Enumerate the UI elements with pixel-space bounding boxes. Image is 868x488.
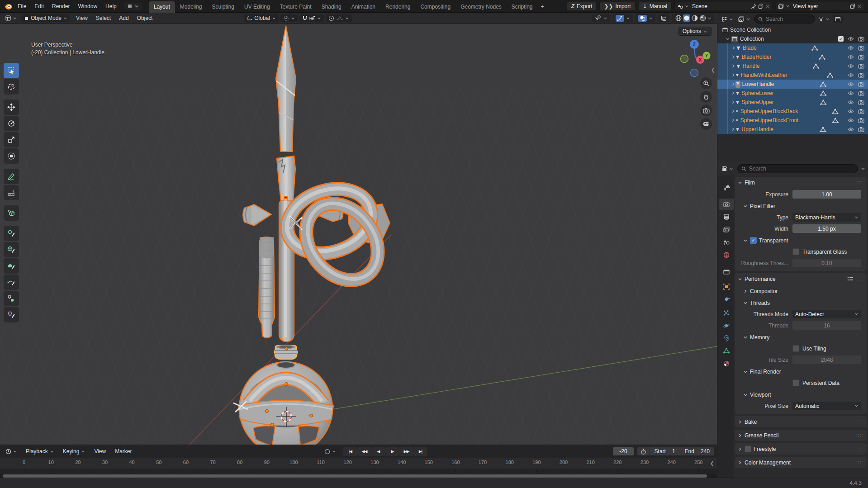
properties-search-input[interactable]: Search	[737, 164, 858, 173]
tool-add-cube[interactable]	[4, 205, 19, 221]
object-hide-icon[interactable]	[848, 100, 854, 104]
panel-drag-grip[interactable]: ::::	[856, 433, 863, 438]
object-render-icon[interactable]	[858, 54, 864, 60]
viewport-menu-object[interactable]: Object	[133, 14, 157, 23]
mode-dropdown[interactable]: Object Mode	[21, 14, 70, 22]
collection-render-icon[interactable]	[858, 36, 864, 42]
rendered-shading-icon[interactable]	[699, 14, 707, 22]
tool-select-box[interactable]	[4, 63, 19, 78]
menu-window[interactable]: Window	[74, 2, 101, 11]
outliner-display-mode-button[interactable]	[720, 15, 735, 23]
scene-selector[interactable]: Scene	[674, 2, 773, 11]
viewport-menu-view[interactable]: View	[72, 14, 92, 23]
panel-header-freestyle[interactable]: Freestyle::::	[735, 443, 867, 455]
export-button[interactable]: Z Export	[566, 2, 597, 11]
panel-drag-grip[interactable]: ::::	[856, 460, 863, 465]
object-expand-icon[interactable]	[731, 46, 736, 50]
width-field[interactable]: 1.50 px	[792, 224, 861, 233]
workspace-tab-uv-editing[interactable]: UV Editing	[239, 1, 275, 13]
pin-icon[interactable]	[751, 4, 756, 9]
menu-file[interactable]: File	[14, 2, 30, 11]
camera-view-button[interactable]	[700, 104, 712, 116]
object-expand-icon[interactable]	[731, 64, 736, 68]
subpanel-header-threads[interactable]: Threads	[735, 298, 867, 308]
properties-tab-render[interactable]	[719, 199, 734, 210]
properties-tab-physics[interactable]	[719, 320, 734, 332]
object-sphere-upper-rings[interactable]	[279, 178, 393, 294]
transparent-checkbox[interactable]: ✓	[750, 237, 757, 244]
current-frame-field[interactable]: -20	[613, 447, 633, 455]
outliner-search-input[interactable]: Search	[754, 14, 815, 24]
new-scene-icon[interactable]	[758, 4, 764, 9]
extras-list-icon[interactable]	[847, 276, 854, 282]
timeline-menu-view[interactable]: View	[90, 447, 110, 456]
add-workspace-button[interactable]: +	[538, 1, 547, 13]
material-shading-icon[interactable]	[691, 14, 698, 22]
new-viewlayer-icon[interactable]	[850, 4, 855, 9]
outliner-row-blade[interactable]: Blade	[717, 43, 868, 52]
timeline-collapse-icon[interactable]: ❮	[710, 460, 714, 466]
use-tiling-checkbox[interactable]	[792, 345, 799, 352]
subpanel-header-final-render[interactable]: Final Render	[735, 366, 867, 377]
workspace-tab-layout[interactable]: Layout	[149, 1, 175, 13]
object-render-icon[interactable]	[858, 118, 864, 123]
menu-help[interactable]: Help	[101, 2, 121, 11]
subpanel-header-transparent[interactable]: ✓Transparent	[735, 235, 867, 246]
object-render-icon[interactable]	[858, 72, 864, 78]
viewport-menu-select[interactable]: Select	[92, 14, 115, 23]
properties-tab-world[interactable]	[719, 249, 734, 261]
exposure-field[interactable]: 1.00	[792, 190, 861, 199]
tool-curve-paint[interactable]	[4, 275, 19, 290]
tile-size-field[interactable]: 2048	[792, 355, 861, 364]
panel-header-performance[interactable]: Performance::::	[735, 273, 867, 284]
outliner-row-handlewithleather[interactable]: HandleWithLeather	[717, 71, 868, 80]
navigation-gizmo[interactable]: Z Y X	[681, 40, 711, 77]
menu-edit[interactable]: Edit	[30, 2, 48, 11]
use-preview-range-button[interactable]	[637, 448, 650, 455]
object-visibility-dropdown[interactable]	[592, 14, 610, 22]
object-expand-icon[interactable]	[731, 55, 735, 59]
jump-to-start-button[interactable]: |◀	[343, 447, 357, 456]
properties-tab-material[interactable]	[719, 358, 734, 370]
magnet-icon[interactable]	[302, 15, 308, 21]
panel-drag-grip[interactable]: ::::	[856, 276, 863, 281]
pan-tool-button[interactable]	[700, 91, 712, 103]
panel-drag-grip[interactable]: ::::	[856, 419, 863, 424]
persistent-data-checkbox[interactable]	[792, 379, 799, 386]
properties-tab-output[interactable]	[719, 211, 734, 223]
properties-options-icon[interactable]	[861, 166, 865, 171]
object-hide-icon[interactable]	[848, 109, 854, 114]
tool-move[interactable]	[4, 99, 19, 115]
timeline-track[interactable]	[0, 469, 717, 474]
object-blade[interactable]	[276, 26, 296, 152]
auto-key-record-icon[interactable]	[324, 449, 330, 455]
tool-shadow-paint[interactable]	[4, 307, 19, 322]
tool-environment-paint[interactable]	[4, 242, 19, 257]
object-expand-icon[interactable]	[731, 118, 735, 123]
collection-checkbox[interactable]: ✓	[838, 36, 844, 42]
menu-render[interactable]: Render	[48, 2, 74, 11]
panel-header-grease-pencil[interactable]: Grease Pencil::::	[735, 430, 867, 441]
import-button[interactable]: ❯❯ Import	[599, 2, 635, 11]
proportional-editing-icon[interactable]	[328, 15, 334, 21]
object-hide-icon[interactable]	[848, 55, 854, 59]
outliner-row-spherelower[interactable]: SphereLower	[717, 89, 868, 98]
workspace-tab-animation[interactable]: Animation	[346, 1, 380, 13]
gizmo-z-negative[interactable]	[691, 69, 698, 77]
manual-button[interactable]: ⇣ Manual	[638, 2, 672, 11]
object-expand-icon[interactable]	[731, 91, 735, 95]
viewlayer-selector[interactable]: ViewLayer	[775, 2, 864, 11]
workspace-tab-compositing[interactable]: Compositing	[415, 1, 455, 13]
end-frame-field[interactable]: End 240	[680, 447, 714, 455]
object-hide-icon[interactable]	[848, 127, 854, 132]
timeline-editor-type-button[interactable]	[3, 448, 20, 455]
subpanel-header-memory[interactable]: Memory	[735, 332, 867, 342]
properties-tab-collection[interactable]	[719, 266, 734, 278]
workspace-tab-geometry-nodes[interactable]: Geometry Nodes	[455, 1, 507, 13]
timeline-scrollbar-thumb[interactable]	[3, 474, 707, 478]
object-hide-icon[interactable]	[848, 118, 854, 123]
jump-to-prev-keyframe-button[interactable]: ◀◀	[357, 447, 371, 456]
panel-header-bake[interactable]: Bake::::	[735, 416, 867, 427]
tool-cursor[interactable]	[4, 79, 19, 95]
outliner-row-sphereupperblockback[interactable]: SphereUpperBlockBack	[717, 107, 868, 116]
